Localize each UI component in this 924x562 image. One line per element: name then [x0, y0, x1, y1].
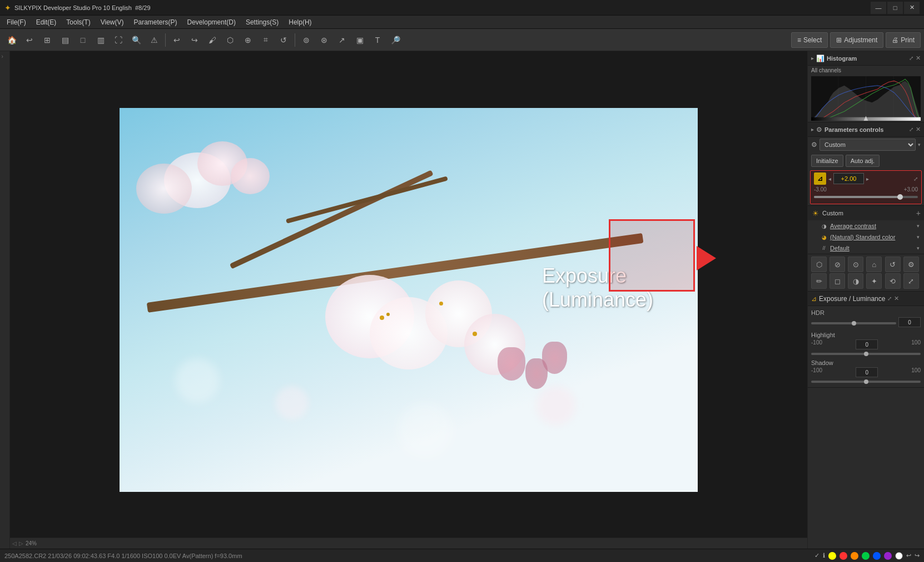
statusbar-undo-icon[interactable]: ↩ — [906, 552, 911, 559]
highlight-slider-track[interactable] — [811, 353, 921, 355]
toolbar-text[interactable]: T — [369, 32, 386, 48]
menu-tools[interactable]: Tools(T) — [62, 17, 95, 27]
print-button[interactable]: 🖨 Print — [886, 32, 921, 48]
menu-parameters[interactable]: Parameters(P) — [130, 17, 182, 27]
close-button[interactable]: ✕ — [904, 2, 920, 14]
auto-adj-button[interactable]: Auto adj. — [846, 155, 880, 167]
toolbar-zoom-in[interactable]: 🔍 — [128, 32, 145, 48]
params-close-icon[interactable]: ✕ — [916, 126, 921, 133]
menu-file[interactable]: File(F) — [2, 17, 31, 27]
contrast-item[interactable]: ◑ Average contrast ▾ — [808, 220, 924, 231]
statusbar-redo-icon[interactable]: ↪ — [915, 552, 920, 559]
toolbar-undo[interactable]: ↩ — [168, 32, 185, 48]
exposure-slider-track[interactable] — [814, 196, 918, 198]
statusbar-info-icon[interactable]: ℹ — [823, 552, 825, 559]
canvas-area[interactable]: Exposure (Luminance) ◁ ▷ 24% — [10, 51, 807, 549]
toolbar-open[interactable]: ↩ — [21, 32, 38, 48]
toolbar-zoom-fit[interactable]: ⛶ — [110, 32, 127, 48]
tool-btn-1[interactable]: ⬡ — [811, 257, 827, 272]
toolbar-loupe[interactable]: 🔎 — [387, 32, 404, 48]
color-dot-red[interactable] — [839, 552, 847, 560]
maximize-button[interactable]: □ — [887, 2, 903, 14]
hdr-slider-thumb[interactable] — [852, 321, 856, 326]
exp-lum-header[interactable]: ⊿ Exposure / Luminance ⤢ ✕ — [808, 292, 924, 306]
minimize-button[interactable]: — — [871, 2, 886, 14]
tool-btn-3[interactable]: ⊙ — [848, 257, 863, 272]
default-label[interactable]: Default — [830, 245, 915, 252]
color-dot-white[interactable] — [895, 552, 903, 560]
exposure-left-arrow[interactable]: ◂ — [828, 176, 831, 182]
params-header[interactable]: ▸ ⚙ Parameters controls ⤢ ✕ — [808, 122, 924, 137]
toolbar-crop[interactable]: ⌗ — [257, 32, 274, 48]
toolbar-screen[interactable]: ▣ — [351, 32, 368, 48]
menu-development[interactable]: Development(D) — [183, 17, 240, 27]
toolbar-rotate-l[interactable]: ↺ — [275, 32, 292, 48]
exposure-slider-thumb[interactable] — [897, 194, 903, 200]
color-dot-green[interactable] — [862, 552, 870, 560]
adjustment-button[interactable]: ⊞ Adjustment — [830, 32, 883, 48]
exp-lum-close[interactable]: ✕ — [894, 295, 899, 302]
canvas-nav-next[interactable]: ▷ — [19, 540, 23, 546]
hdr-slider-track[interactable] — [811, 322, 896, 324]
toolbar-new[interactable]: 🏠 — [3, 32, 20, 48]
left-panel-arrow[interactable]: › — [2, 53, 8, 60]
menu-help[interactable]: Help(H) — [284, 17, 316, 27]
menu-view[interactable]: View(V) — [96, 17, 128, 27]
color-dot-purple[interactable] — [884, 552, 892, 560]
toolbar-copy[interactable]: ⊚ — [298, 32, 315, 48]
default-dropdown-arrow[interactable]: ▾ — [917, 245, 920, 251]
tool-btn-9[interactable]: ◑ — [848, 273, 863, 289]
shadow-slider-thumb[interactable] — [864, 379, 868, 384]
tool-btn-11[interactable]: ⟲ — [885, 273, 901, 289]
params-expand-right[interactable]: ⤢ — [909, 126, 913, 132]
color-item[interactable]: ◕ (Natural) Standard color ▾ — [808, 231, 924, 243]
select-button[interactable]: ≡ Select — [791, 32, 828, 48]
toolbar-export[interactable]: ↗ — [334, 32, 350, 48]
tool-btn-12[interactable]: ⤢ — [903, 273, 919, 289]
color-dropdown-arrow[interactable]: ▾ — [917, 234, 920, 240]
menu-edit[interactable]: Edit(E) — [32, 17, 61, 27]
toolbar-compare[interactable]: ▥ — [92, 32, 109, 48]
tool-btn-6[interactable]: ⚙ — [903, 257, 919, 272]
exp-lum-expand[interactable]: ⤢ — [887, 295, 892, 302]
initialize-button[interactable]: Initialize — [811, 155, 843, 167]
toolbar-save[interactable]: ⊞ — [39, 32, 56, 48]
shadow-max: 100 — [911, 367, 921, 377]
contrast-label[interactable]: Average contrast — [830, 223, 915, 229]
highlight-slider-thumb[interactable] — [864, 352, 868, 356]
toolbar-redo[interactable]: ↪ — [186, 32, 203, 48]
histogram-close-icon[interactable]: ✕ — [916, 55, 921, 62]
tool-btn-2[interactable]: ⊘ — [829, 257, 845, 272]
tool-btn-10[interactable]: ✦ — [866, 273, 882, 289]
toolbar-brush[interactable]: 🖌 — [204, 32, 221, 48]
custom-add-icon[interactable]: + — [916, 209, 921, 218]
toolbar-paste[interactable]: ⊛ — [316, 32, 332, 48]
contrast-dropdown-arrow[interactable]: ▾ — [917, 223, 920, 229]
highlight-label: Highlight — [811, 332, 921, 338]
default-item[interactable]: // Default ▾ — [808, 243, 924, 254]
tool-btn-4[interactable]: ⌂ — [866, 257, 882, 272]
histogram-expand-right[interactable]: ⤢ — [909, 55, 913, 61]
exposure-right-arrow[interactable]: ▸ — [866, 176, 869, 182]
statusbar-check-icon[interactable]: ✓ — [814, 552, 819, 559]
toolbar-clone[interactable]: ⊕ — [240, 32, 256, 48]
toolbar-eraser[interactable]: ⬡ — [222, 32, 239, 48]
toolbar-warning[interactable]: ⚠ — [146, 32, 162, 48]
tool-btn-7[interactable]: ✏ — [811, 273, 827, 289]
toolbar-single[interactable]: □ — [74, 32, 91, 48]
tool-btn-5[interactable]: ↺ — [885, 257, 901, 272]
menu-settings[interactable]: Settings(S) — [241, 17, 283, 27]
params-preset-select[interactable]: Custom — [819, 139, 916, 151]
color-dot-yellow[interactable] — [828, 552, 836, 560]
color-label[interactable]: (Natural) Standard color — [830, 234, 915, 240]
histogram-header[interactable]: ▸ 📊 Histogram ⤢ ✕ — [808, 51, 924, 66]
custom-section-header[interactable]: ☀ Custom + — [808, 206, 924, 220]
toolbar-filmstrip[interactable]: ▤ — [57, 32, 73, 48]
canvas-nav-prev[interactable]: ◁ — [12, 540, 17, 546]
shadow-slider-track[interactable] — [811, 381, 921, 383]
color-dot-blue[interactable] — [873, 552, 881, 560]
color-dot-orange[interactable] — [851, 552, 858, 560]
highlight-min: -100 — [811, 339, 822, 349]
exposure-expand-icon[interactable]: ⤢ — [913, 176, 918, 182]
tool-btn-8[interactable]: ◻ — [829, 273, 845, 289]
